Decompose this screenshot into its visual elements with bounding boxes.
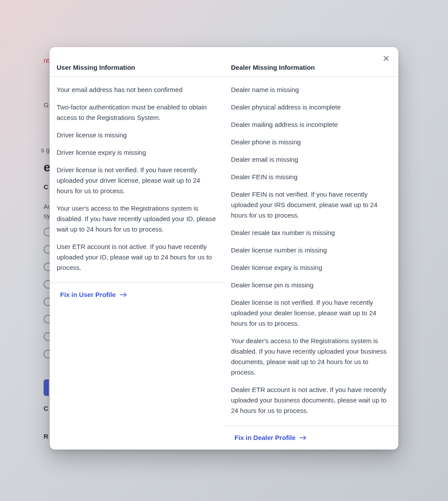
list-item: Dealer name is missing xyxy=(231,85,391,95)
list-item: Your email address has not been confirme… xyxy=(57,85,217,95)
user-column-footer: Fix in User Profile xyxy=(50,283,224,307)
list-item: Dealer ETR account is not active. If you… xyxy=(231,385,391,416)
list-item: Dealer license expiry is missing xyxy=(231,262,391,273)
list-item: Dealer FEIN is missing xyxy=(231,172,391,182)
list-item: Dealer license pin is missing xyxy=(231,280,391,290)
list-item: Dealer phone is missing xyxy=(231,137,391,147)
list-item: Dealer resale tax number is missing xyxy=(231,228,391,238)
close-button[interactable] xyxy=(381,53,391,64)
fix-dealer-profile-label: Fix in Dealer Profile xyxy=(234,434,295,441)
arrow-right-icon xyxy=(299,435,307,441)
fix-user-profile-label: Fix in User Profile xyxy=(60,291,116,298)
list-item: Dealer email is missing xyxy=(231,154,391,165)
user-items-list: Your email address has not been confirme… xyxy=(50,77,224,283)
list-item: Dealer FEIN is not verified. If you have… xyxy=(231,189,391,221)
dealer-column-footer: Fix in Dealer Profile xyxy=(224,426,398,450)
dealer-column-header: Dealer Missing Information xyxy=(224,47,398,77)
list-item: Dealer license number is missing xyxy=(231,245,391,256)
list-item: Driver license is not verified. If you h… xyxy=(57,165,217,196)
close-icon xyxy=(382,55,390,62)
fix-user-profile-link[interactable]: Fix in User Profile xyxy=(60,291,127,298)
user-column: User Missing Information Your email addr… xyxy=(50,47,224,450)
list-item: Your dealer's access to the Registration… xyxy=(231,336,391,378)
list-item: Two-factor authentication must be enable… xyxy=(57,102,217,123)
list-item: Dealer license is not verified. If you h… xyxy=(231,297,391,329)
arrow-right-icon xyxy=(119,292,127,298)
list-item: User ETR account is not active. If you h… xyxy=(57,242,217,273)
list-item: Driver license is missing xyxy=(57,130,217,140)
modal-body: User Missing Information Your email addr… xyxy=(50,47,398,450)
modal-overlay: User Missing Information Your email addr… xyxy=(0,0,448,501)
list-item: Dealer physical address is incomplete xyxy=(231,102,391,112)
list-item: Dealer mailing address is incomplete xyxy=(231,119,391,130)
dealer-items-list: Dealer name is missingDealer physical ad… xyxy=(224,77,398,426)
list-item: Your user's access to the Registrations … xyxy=(57,203,217,235)
user-column-header: User Missing Information xyxy=(50,47,224,77)
fix-dealer-profile-link[interactable]: Fix in Dealer Profile xyxy=(234,434,307,441)
list-item: Driver license expiry is missing xyxy=(57,147,217,158)
missing-info-modal: User Missing Information Your email addr… xyxy=(50,47,398,450)
dealer-column: Dealer Missing Information Dealer name i… xyxy=(224,47,398,450)
